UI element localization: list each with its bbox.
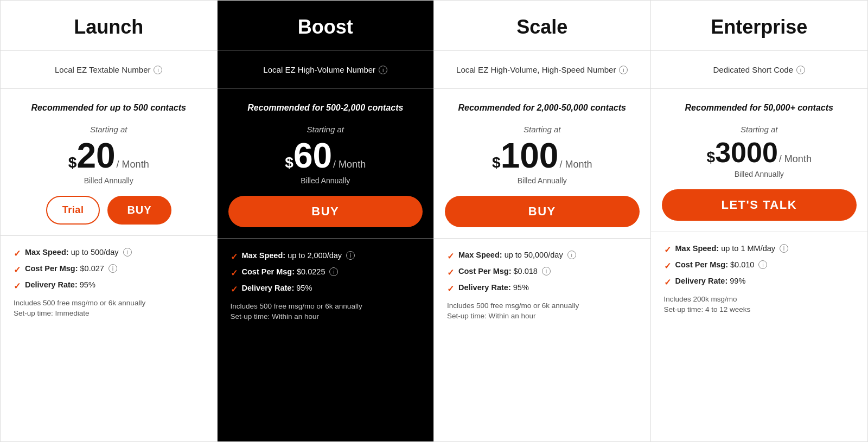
scale-billed: Billed Annually (445, 176, 640, 185)
plan-launch-pricing: Recommended for up to 500 contacts Start… (1, 89, 217, 236)
enterprise-cost-info-icon[interactable]: i (758, 260, 767, 269)
pricing-grid: Launch Local EZ Textable Number i Recomm… (0, 0, 868, 442)
launch-trial-button[interactable]: Trial (46, 196, 100, 225)
enterprise-check-delivery: ✓ (664, 277, 671, 287)
launch-speed-info-icon[interactable]: i (123, 248, 132, 257)
boost-cost-info-icon[interactable]: i (329, 267, 338, 276)
plan-scale: Scale Local EZ High-Volume, High-Speed N… (434, 1, 651, 441)
launch-buy-button[interactable]: BUY (107, 196, 171, 225)
launch-setup: Set-up time: Immediate (14, 309, 204, 317)
enterprise-check-speed: ✓ (664, 245, 671, 255)
plan-scale-header: Scale (434, 1, 650, 51)
scale-price-amount: 100 (501, 138, 559, 173)
scale-cost-info-icon[interactable]: i (542, 267, 551, 276)
enterprise-setup: Set-up time: 4 to 12 weeks (664, 305, 855, 313)
launch-includes: Includes 500 free msg/mo or 6k annually (14, 299, 204, 307)
launch-check-speed: ✓ (14, 248, 21, 259)
launch-price-dollar: $ (68, 154, 77, 171)
scale-price-period: / Month (559, 159, 592, 170)
plan-enterprise: Enterprise Dedicated Short Code i Recomm… (651, 1, 868, 441)
launch-check-cost: ✓ (14, 265, 21, 275)
scale-feature-speed: ✓ Max Speed: up to 50,000/day i (447, 251, 637, 261)
enterprise-check-cost: ✓ (664, 261, 671, 271)
scale-features: ✓ Max Speed: up to 50,000/day i ✓ Cost P… (434, 239, 650, 441)
boost-starting-at: Starting at (228, 125, 423, 134)
enterprise-feature-cost: ✓ Cost Per Msg: $0.010 i (664, 260, 855, 271)
scale-buy-button[interactable]: BUY (445, 196, 640, 227)
scale-price-row: $ 100 / Month (445, 138, 640, 173)
launch-number-info-icon[interactable]: i (154, 66, 162, 74)
launch-feature-cost: ✓ Cost Per Msg: $0.027 i (14, 264, 204, 275)
enterprise-price-dollar: $ (707, 149, 716, 166)
boost-billed: Billed Annually (228, 176, 423, 185)
scale-check-speed: ✓ (447, 251, 454, 261)
scale-speed-info-icon[interactable]: i (567, 251, 576, 259)
enterprise-includes: Includes 200k msg/mo (664, 295, 855, 303)
enterprise-price-period: / Month (779, 153, 812, 165)
boost-features: ✓ Max Speed: up to 2,000/day i ✓ Cost Pe… (218, 239, 434, 441)
plan-boost-header: Boost (218, 1, 434, 51)
boost-feature-cost: ✓ Cost Per Msg: $0.0225 i (231, 267, 421, 278)
boost-recommended: Recommended for 500-2,000 contacts (228, 102, 423, 114)
boost-number-info-icon[interactable]: i (379, 66, 387, 74)
scale-recommended: Recommended for 2,000-50,000 contacts (445, 102, 640, 114)
plan-launch-header: Launch (1, 1, 217, 51)
boost-feature-speed: ✓ Max Speed: up to 2,000/day i (231, 251, 421, 262)
enterprise-price-row: $ 3000 / Month (662, 138, 857, 166)
launch-feature-delivery: ✓ Delivery Rate: 95% (14, 280, 204, 291)
launch-price-amount: 20 (76, 138, 115, 173)
launch-check-delivery: ✓ (14, 281, 21, 291)
enterprise-billed: Billed Annually (662, 170, 857, 178)
boost-feature-delivery: ✓ Delivery Rate: 95% (231, 284, 421, 294)
launch-features: ✓ Max Speed: up to 500/day i ✓ Cost Per … (1, 236, 217, 441)
launch-recommended: Recommended for up to 500 contacts (11, 102, 206, 114)
enterprise-feature-delivery: ✓ Delivery Rate: 99% (664, 277, 855, 287)
launch-price-row: $ 20 / Month (11, 138, 206, 173)
launch-buttons: Trial BUY (11, 196, 206, 225)
plan-launch: Launch Local EZ Textable Number i Recomm… (1, 1, 218, 441)
scale-includes: Includes 500 free msg/mo or 6k annually (447, 302, 637, 310)
plan-enterprise-pricing: Recommended for 50,000+ contacts Startin… (651, 89, 868, 232)
scale-number-info-icon[interactable]: i (619, 66, 628, 74)
scale-feature-cost: ✓ Cost Per Msg: $0.018 i (447, 267, 637, 278)
boost-buy-button[interactable]: BUY (228, 196, 423, 227)
plan-scale-pricing: Recommended for 2,000-50,000 contacts St… (434, 89, 650, 239)
launch-billed: Billed Annually (11, 176, 206, 185)
boost-price-amount: 60 (293, 138, 332, 173)
scale-check-delivery: ✓ (447, 284, 454, 294)
enterprise-lets-talk-button[interactable]: LET'S TALK (662, 189, 857, 221)
launch-price-period: / Month (117, 159, 149, 170)
plan-scale-title: Scale (516, 16, 567, 38)
boost-price-dollar: $ (285, 154, 293, 171)
enterprise-recommended: Recommended for 50,000+ contacts (662, 102, 857, 114)
plan-enterprise-title: Enterprise (711, 16, 807, 38)
boost-includes: Includes 500 free msg/mo or 6k annually (231, 302, 421, 310)
launch-feature-speed: ✓ Max Speed: up to 500/day i (14, 248, 204, 259)
boost-price-period: / Month (333, 159, 366, 170)
boost-check-delivery: ✓ (231, 284, 238, 294)
plan-enterprise-header: Enterprise (651, 1, 868, 51)
boost-check-speed: ✓ (231, 252, 238, 262)
enterprise-speed-info-icon[interactable]: i (780, 244, 788, 253)
plan-launch-number-type: Local EZ Textable Number i (1, 51, 217, 89)
scale-setup: Set-up time: Within an hour (447, 312, 637, 320)
enterprise-starting-at: Starting at (662, 125, 857, 134)
boost-setup: Set-up time: Within an hour (231, 312, 421, 321)
launch-cost-info-icon[interactable]: i (108, 264, 117, 273)
enterprise-number-info-icon[interactable]: i (796, 66, 805, 74)
scale-feature-delivery: ✓ Delivery Rate: 95% (447, 283, 637, 294)
enterprise-feature-speed: ✓ Max Speed: up to 1 MM/day i (664, 244, 855, 255)
enterprise-price-amount: 3000 (715, 138, 778, 166)
boost-speed-info-icon[interactable]: i (346, 251, 355, 260)
plan-boost-pricing: Recommended for 500-2,000 contacts Start… (218, 89, 434, 239)
plan-boost-number-type: Local EZ High-Volume Number i (218, 51, 434, 89)
plan-launch-title: Launch (74, 16, 143, 38)
boost-check-cost: ✓ (231, 268, 238, 278)
boost-price-row: $ 60 / Month (228, 138, 423, 173)
scale-price-dollar: $ (492, 154, 501, 171)
plan-scale-number-type: Local EZ High-Volume, High-Speed Number … (434, 51, 650, 89)
plan-boost: Boost Local EZ High-Volume Number i Reco… (218, 1, 435, 441)
plan-enterprise-number-type: Dedicated Short Code i (651, 51, 868, 89)
scale-check-cost: ✓ (447, 267, 454, 278)
plan-boost-title: Boost (298, 16, 353, 38)
